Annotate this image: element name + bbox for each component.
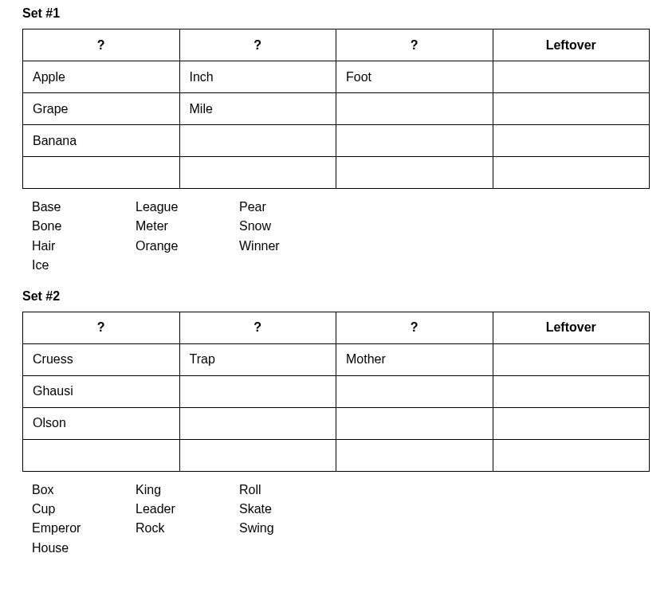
- set-table: ? ? ? Leftover Cruess Trap Mother Ghausi…: [22, 312, 650, 472]
- col-header: ?: [179, 29, 336, 61]
- cell: [23, 157, 180, 189]
- cell: [493, 407, 650, 439]
- word: Box: [32, 481, 104, 499]
- cell: [493, 375, 650, 407]
- set-title: Set #2: [22, 289, 650, 304]
- cell: [336, 439, 493, 471]
- word-col: Pear Snow Winner: [239, 198, 311, 275]
- table-row: [23, 439, 650, 471]
- cell: [493, 157, 650, 189]
- col-header: ?: [23, 29, 180, 61]
- set-table: ? ? ? Leftover Apple Inch Foot Grape Mil…: [22, 29, 650, 189]
- word: Base: [32, 198, 104, 216]
- cell: Ghausi: [23, 375, 180, 407]
- word: Bone: [32, 218, 104, 235]
- cell: [493, 61, 650, 93]
- word-bank: Box Cup Emperor House King Leader Rock R…: [22, 481, 650, 558]
- cell: Mile: [179, 93, 336, 125]
- cell: [23, 439, 180, 471]
- word-col: Base Bone Hair Ice: [32, 198, 104, 275]
- set-1: Set #1 ? ? ? Leftover Apple Inch Foot Gr…: [22, 6, 650, 275]
- word-col: Box Cup Emperor House: [32, 481, 104, 558]
- cell: Mother: [336, 343, 493, 375]
- cell: [336, 93, 493, 125]
- word: Cup: [32, 500, 104, 518]
- word: Snow: [239, 218, 311, 235]
- cell: [336, 375, 493, 407]
- cell: [493, 125, 650, 157]
- cell: [179, 125, 336, 157]
- col-header: ?: [23, 312, 180, 343]
- cell: Trap: [179, 343, 336, 375]
- table-row: Apple Inch Foot: [23, 61, 650, 93]
- cell: Cruess: [23, 343, 180, 375]
- col-header: ?: [336, 29, 493, 61]
- word: Hair: [32, 237, 104, 255]
- table-row: Grape Mile: [23, 93, 650, 125]
- cell: Apple: [23, 61, 180, 93]
- cell: Banana: [23, 125, 180, 157]
- set-title: Set #1: [22, 6, 650, 21]
- cell: Foot: [336, 61, 493, 93]
- cell: [493, 343, 650, 375]
- word: Emperor: [32, 520, 104, 537]
- word-col: Roll Skate Swing: [239, 481, 311, 558]
- cell: [336, 157, 493, 189]
- table-row: Olson: [23, 407, 650, 439]
- cell: Inch: [179, 61, 336, 93]
- word: Pear: [239, 198, 311, 216]
- word: Meter: [136, 218, 207, 235]
- col-header: ?: [179, 312, 336, 343]
- cell: [179, 375, 336, 407]
- word-col: League Meter Orange: [136, 198, 207, 275]
- word: House: [32, 539, 104, 557]
- table-row: Ghausi: [23, 375, 650, 407]
- word: Leader: [136, 500, 207, 518]
- col-header: ?: [336, 312, 493, 343]
- col-header: Leftover: [493, 312, 650, 343]
- cell: [179, 439, 336, 471]
- word: King: [136, 481, 207, 499]
- word: Orange: [136, 237, 207, 255]
- table-row: Cruess Trap Mother: [23, 343, 650, 375]
- word: Skate: [239, 500, 311, 518]
- word: Ice: [32, 257, 104, 274]
- word: Winner: [239, 237, 311, 255]
- cell: [493, 93, 650, 125]
- cell: [179, 157, 336, 189]
- cell: [336, 125, 493, 157]
- cell: [336, 407, 493, 439]
- cell: Olson: [23, 407, 180, 439]
- word-col: King Leader Rock: [136, 481, 207, 558]
- word: Swing: [239, 520, 311, 537]
- set-2: Set #2 ? ? ? Leftover Cruess Trap Mother…: [22, 289, 650, 558]
- cell: [179, 407, 336, 439]
- word: Roll: [239, 481, 311, 499]
- cell: Grape: [23, 93, 180, 125]
- word: League: [136, 198, 207, 216]
- table-row: [23, 157, 650, 189]
- table-row: Banana: [23, 125, 650, 157]
- word-bank: Base Bone Hair Ice League Meter Orange P…: [22, 198, 650, 275]
- word: Rock: [136, 520, 207, 537]
- col-header: Leftover: [493, 29, 650, 61]
- cell: [493, 439, 650, 471]
